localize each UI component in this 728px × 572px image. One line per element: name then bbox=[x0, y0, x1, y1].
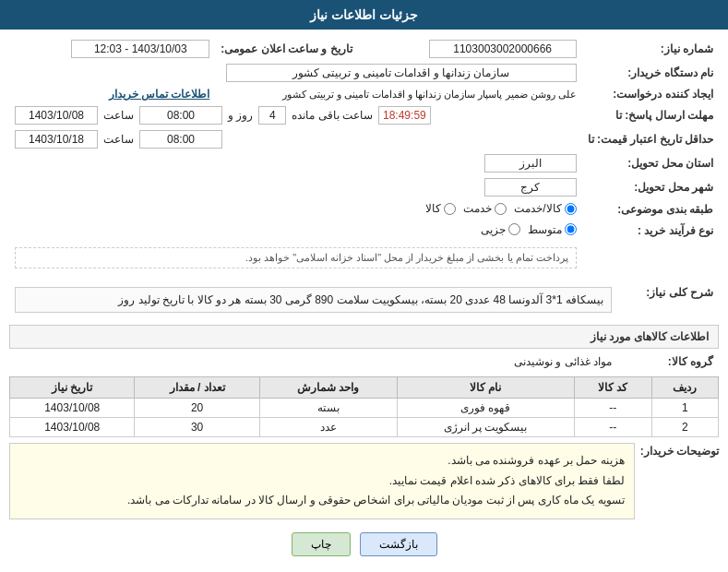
table-row: 1--قهوه فوریبسته201403/10/08 bbox=[10, 399, 719, 418]
col-row: ردیف bbox=[651, 377, 718, 399]
price-deadline-label: حداقل تاریخ اعتبار قیمت: تا bbox=[582, 127, 719, 151]
goods-group-row: گروه کالا: مواد غذائی و نوشیدنی bbox=[9, 352, 719, 371]
reply-remaining-label: ساعت باقی مانده bbox=[292, 109, 373, 122]
delivery-state-row: استان محل تحویل: البرز bbox=[9, 151, 719, 175]
goods-group-table: گروه کالا: مواد غذائی و نوشیدنی bbox=[9, 352, 719, 371]
buyer-org-value: سازمان زندانها و اقدامات تامینی و تربیتی… bbox=[226, 64, 577, 82]
category-option-khedmat[interactable]: خدمت bbox=[463, 202, 507, 215]
purchase-type-radio-group: متوسط جزیی bbox=[481, 223, 577, 236]
creator-value: علی روشن ضمیر پاسپار سازمان زندانها و اق… bbox=[282, 89, 577, 100]
cell-row-1: 2 bbox=[651, 418, 718, 437]
main-content: شماره نیاز: 1103003002000666 تاریخ و ساع… bbox=[0, 30, 728, 571]
goods-section-title: اطلاعات کالاهای مورد نیاز bbox=[9, 325, 719, 349]
col-date: تاریخ نیاز bbox=[10, 377, 135, 399]
notice-text: پرداخت تمام یا بخشی از مبلغ خریدار از مح… bbox=[15, 247, 577, 268]
need-number-row: شماره نیاز: 1103003002000666 تاریخ و ساع… bbox=[9, 37, 719, 61]
category-label-khedmat: خدمت bbox=[463, 202, 492, 215]
delivery-city-value: کرج bbox=[484, 178, 577, 197]
category-option-kala-khedmat[interactable]: کالا/خدمت bbox=[514, 202, 576, 215]
reply-remaining-value: 18:49:59 bbox=[378, 106, 431, 125]
page-header: جزئیات اطلاعات نیاز bbox=[0, 0, 728, 30]
purchase-type-motavaset[interactable]: متوسط bbox=[528, 223, 577, 236]
purchase-type-jozii[interactable]: جزیی bbox=[481, 223, 520, 236]
page-container: جزئیات اطلاعات نیاز شماره نیاز: 11030030… bbox=[0, 0, 728, 572]
list-item: تسویه یک ماه کاری پس از ثبت مودیان مالیا… bbox=[19, 491, 625, 511]
purchase-type-label: نوع فرآیند خرید : bbox=[582, 220, 719, 242]
category-label: طبقه بندی موضوعی: bbox=[582, 199, 719, 220]
price-deadline-row: حداقل تاریخ اعتبار قیمت: تا 08:00 ساعت 1… bbox=[9, 127, 719, 151]
action-buttons: بازگشت چاپ bbox=[9, 532, 719, 556]
need-number-value: 1103003002000666 bbox=[429, 40, 577, 58]
category-label-kala-khedmat: کالا/خدمت bbox=[514, 202, 561, 215]
reply-days-label: روز و bbox=[228, 109, 253, 122]
category-radio-khedmat[interactable] bbox=[495, 203, 507, 215]
cell-name-1: بیسکویت پر انرژی bbox=[397, 418, 574, 437]
goods-group-label: گروه کالا: bbox=[617, 352, 719, 371]
notice-text-span: پرداخت تمام یا بخشی از مبلغ خریدار از مح… bbox=[245, 252, 568, 263]
buyer-org-row: نام دستگاه خریدار: سازمان زندانها و اقدا… bbox=[9, 61, 719, 85]
page-title: جزئیات اطلاعات نیاز bbox=[310, 7, 418, 22]
price-time-value: 08:00 bbox=[139, 130, 222, 149]
purchase-type-radio-motavaset[interactable] bbox=[565, 223, 577, 235]
datetime-label: تاریخ و ساعت اعلان عمومی: bbox=[215, 37, 357, 61]
cell-row-0: 1 bbox=[651, 399, 718, 418]
goods-table-body: 1--قهوه فوریبسته201403/10/082--بیسکویت پ… bbox=[10, 399, 719, 437]
reply-time-label: ساعت bbox=[103, 109, 134, 122]
buyer-notes-section: توضیحات خریدار: هزینه حمل بر عهده فروشند… bbox=[9, 443, 719, 525]
cell-name-0: قهوه فوری bbox=[397, 399, 574, 418]
purchase-type-label-motavaset: متوسط bbox=[528, 223, 562, 236]
creator-row: ایجاد کننده درخواست: علی روشن ضمیر پاسپا… bbox=[9, 85, 719, 103]
brief-need-label: شرح کلی نیاز: bbox=[617, 280, 719, 319]
buyer-notes-label: توضیحات خریدار: bbox=[640, 443, 719, 458]
cell-unit-1: عدد bbox=[259, 418, 397, 437]
cell-unit-0: بسته bbox=[259, 399, 397, 418]
reply-days-value: 4 bbox=[258, 106, 286, 125]
list-item: هزینه حمل بر عهده فروشنده می باشد. bbox=[19, 451, 625, 471]
contact-link[interactable]: اطلاعات تماس خریدار bbox=[109, 88, 210, 101]
col-code: کد کالا bbox=[574, 377, 651, 399]
category-radio-kala-khedmat[interactable] bbox=[565, 203, 577, 215]
cell-quantity-1: 30 bbox=[135, 418, 259, 437]
brief-need-row: شرح کلی نیاز: بیسکافه 1*3 آلدونسا 48 عدد… bbox=[9, 280, 719, 319]
table-row: 2--بیسکویت پر انرژیعدد301403/10/08 bbox=[10, 418, 719, 437]
reply-time-value: 08:00 bbox=[139, 106, 222, 125]
creator-label: ایجاد کننده درخواست: bbox=[582, 85, 719, 103]
price-date-value: 1403/10/18 bbox=[15, 130, 98, 149]
purchase-type-radio-jozii[interactable] bbox=[508, 223, 520, 235]
purchase-type-label-jozii: جزیی bbox=[481, 223, 506, 236]
brief-need-table: شرح کلی نیاز: بیسکافه 1*3 آلدونسا 48 عدد… bbox=[9, 280, 719, 319]
back-button[interactable]: بازگشت bbox=[360, 532, 437, 556]
category-option-kala[interactable]: کالا bbox=[425, 202, 456, 215]
list-item: لطفا فقط برای کالاهای ذکر شده اعلام قیمت… bbox=[19, 471, 625, 492]
brief-need-value: بیسکافه 1*3 آلدونسا 48 عددی 20 بسته، بیس… bbox=[15, 287, 612, 313]
reply-deadline-row: مهلت ارسال پاسخ: تا 18:49:59 ساعت باقی م… bbox=[9, 103, 719, 127]
category-radio-kala[interactable] bbox=[444, 203, 456, 215]
category-radio-group: کالا/خدمت خدمت کالا bbox=[425, 202, 576, 215]
cell-quantity-0: 20 bbox=[135, 399, 259, 418]
buyer-org-label: نام دستگاه خریدار: bbox=[582, 61, 719, 85]
cell-code-1: -- bbox=[574, 418, 651, 437]
cell-code-0: -- bbox=[574, 399, 651, 418]
buyer-notes-box: هزینه حمل بر عهده فروشنده می باشد.لطفا ف… bbox=[9, 443, 635, 519]
print-button[interactable]: چاپ bbox=[292, 532, 351, 556]
category-row: طبقه بندی موضوعی: کالا/خدمت خدمت bbox=[9, 199, 719, 220]
reply-date-value: 1403/10/08 bbox=[15, 106, 98, 125]
goods-table-header-row: ردیف کد کالا نام کالا واحد شمارش تعداد /… bbox=[10, 377, 719, 399]
cell-date-1: 1403/10/08 bbox=[10, 418, 135, 437]
notice-row: پرداخت تمام یا بخشی از مبلغ خریدار از مح… bbox=[9, 241, 719, 275]
price-time-label: ساعت bbox=[103, 133, 134, 146]
goods-table-header: ردیف کد کالا نام کالا واحد شمارش تعداد /… bbox=[10, 377, 719, 399]
delivery-city-label: شهر محل تحویل: bbox=[582, 175, 719, 199]
delivery-state-label: استان محل تحویل: bbox=[582, 151, 719, 175]
datetime-value: 1403/10/03 - 12:03 bbox=[71, 40, 209, 58]
goods-group-value: مواد غذائی و نوشیدنی bbox=[514, 355, 612, 368]
category-label-kala: کالا bbox=[425, 202, 441, 215]
cell-date-0: 1403/10/08 bbox=[10, 399, 135, 418]
info-table: شماره نیاز: 1103003002000666 تاریخ و ساع… bbox=[9, 37, 719, 275]
goods-data-table: ردیف کد کالا نام کالا واحد شمارش تعداد /… bbox=[9, 376, 719, 437]
purchase-type-row: نوع فرآیند خرید : متوسط جزیی bbox=[9, 220, 719, 242]
delivery-state-value: البرز bbox=[484, 154, 577, 173]
col-unit: واحد شمارش bbox=[259, 377, 397, 399]
col-name: نام کالا bbox=[397, 377, 574, 399]
reply-deadline-label: مهلت ارسال پاسخ: تا bbox=[582, 103, 719, 127]
